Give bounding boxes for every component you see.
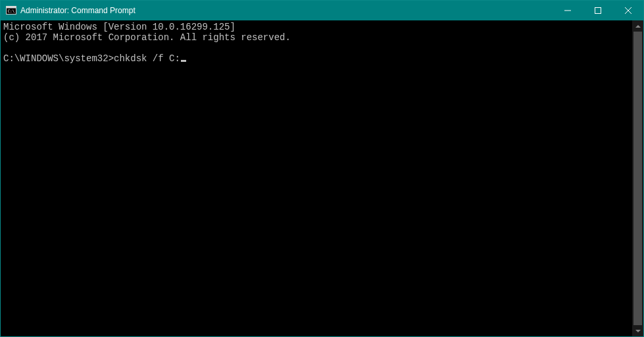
- svg-rect-4: [595, 8, 601, 14]
- vertical-scrollbar[interactable]: [632, 20, 643, 336]
- scroll-up-arrow[interactable]: [632, 20, 643, 32]
- command-text: chkdsk /f C:: [114, 53, 180, 64]
- version-line: Microsoft Windows [Version 10.0.16299.12…: [3, 22, 235, 32]
- window-controls: [553, 1, 643, 20]
- maximize-button[interactable]: [583, 1, 613, 20]
- svg-marker-7: [635, 25, 641, 28]
- cursor: [181, 60, 186, 62]
- titlebar[interactable]: C:\ Administrator: Command Prompt: [1, 1, 643, 20]
- cmd-window: C:\ Administrator: Command Prompt Micros…: [0, 0, 644, 337]
- minimize-button[interactable]: [553, 1, 583, 20]
- window-title: Administrator: Command Prompt: [20, 6, 136, 15]
- scroll-down-arrow[interactable]: [632, 325, 643, 336]
- svg-text:C:\: C:\: [8, 9, 15, 13]
- cmd-icon: C:\: [6, 5, 16, 16]
- scroll-thumb[interactable]: [633, 32, 642, 325]
- copyright-line: (c) 2017 Microsoft Corporation. All righ…: [3, 32, 291, 43]
- scroll-track[interactable]: [632, 32, 643, 325]
- svg-marker-8: [635, 330, 641, 332]
- terminal-output[interactable]: Microsoft Windows [Version 10.0.16299.12…: [1, 20, 632, 336]
- content-area: Microsoft Windows [Version 10.0.16299.12…: [1, 20, 643, 336]
- close-button[interactable]: [613, 1, 643, 20]
- prompt-text: C:\WINDOWS\system32>: [3, 53, 114, 64]
- prompt-line: C:\WINDOWS\system32>chkdsk /f C:: [3, 53, 186, 64]
